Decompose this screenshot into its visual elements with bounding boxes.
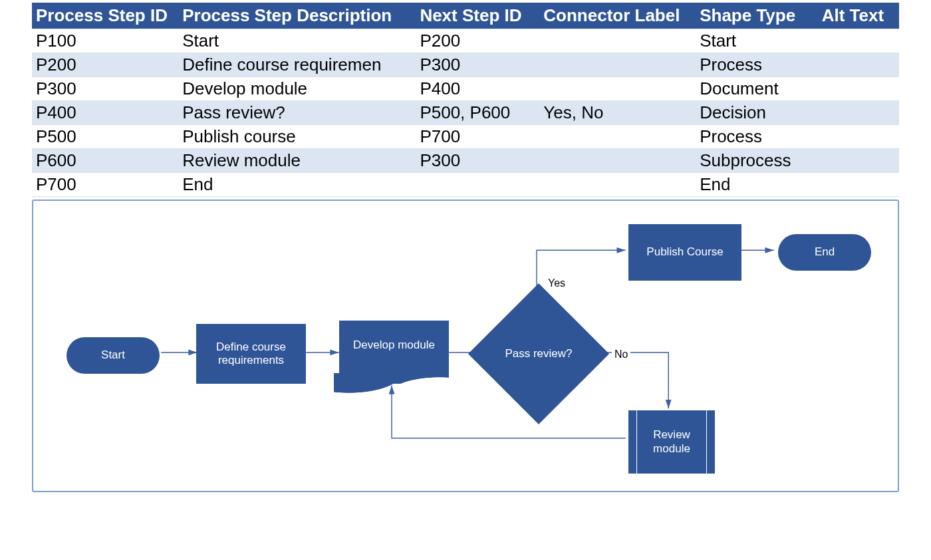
shape-label: Define course requirements (200, 341, 302, 368)
cell-connector (539, 77, 696, 101)
cell-alt (818, 29, 899, 53)
shape-label: Start (101, 349, 125, 362)
col-description: Process Step Description (178, 3, 416, 29)
cell-next-id: P200 (416, 29, 539, 53)
cell-shape: Process (696, 53, 817, 77)
shape-define-requirements: Define course requirements (196, 324, 306, 384)
table-row: P300 Develop module P400 Document (32, 77, 899, 101)
cell-step-id: P200 (32, 53, 178, 77)
table-row: P400 Pass review? P500, P600 Yes, No Dec… (32, 101, 899, 125)
cell-description: Review module (178, 149, 416, 173)
cell-shape: Document (696, 77, 817, 101)
shape-label: Review module (642, 428, 702, 456)
table-row: P500 Publish course P700 Process (32, 125, 899, 149)
table-row: P600 Review module P300 Subprocess (32, 149, 899, 173)
cell-description: Define course requiremen (178, 53, 416, 77)
col-shape: Shape Type (696, 3, 817, 29)
cell-step-id: P600 (32, 149, 178, 173)
cell-connector (539, 29, 696, 53)
cell-next-id: P300 (416, 53, 539, 77)
cell-description: Start (178, 29, 416, 53)
shape-end: End (778, 234, 871, 271)
cell-alt (818, 149, 899, 173)
cell-description: End (178, 173, 416, 197)
cell-shape: End (696, 173, 817, 197)
shape-label: Publish Course (646, 245, 723, 259)
cell-connector (539, 173, 696, 197)
cell-alt (818, 53, 899, 77)
shape-label: Develop module (353, 339, 435, 352)
table-row: P700 End End (32, 173, 899, 197)
cell-next-id: P300 (416, 149, 539, 173)
cell-connector (539, 125, 696, 149)
shape-start: Start (66, 337, 160, 374)
cell-description: Pass review? (178, 101, 416, 125)
cell-step-id: P100 (32, 29, 178, 53)
cell-connector: Yes, No (539, 101, 696, 125)
cell-next-id: P500, P600 (416, 101, 539, 125)
cell-description: Develop module (178, 77, 416, 101)
table-row: P200 Define course requiremen P300 Proce… (32, 53, 899, 77)
col-connector: Connector Label (539, 3, 696, 29)
col-alt: Alt Text (818, 3, 899, 29)
shape-publish-course: Publish Course (628, 224, 741, 281)
cell-alt (818, 101, 899, 125)
process-table: Process Step ID Process Step Description… (32, 3, 899, 197)
flowchart-canvas: Start Define course requirements Develop… (32, 200, 899, 492)
cell-shape: Start (696, 29, 817, 53)
col-step-id: Process Step ID (32, 3, 178, 29)
cell-next-id: P400 (416, 77, 539, 101)
cell-connector (539, 149, 696, 173)
cell-connector (539, 53, 696, 77)
shape-label: End (815, 245, 835, 259)
cell-step-id: P500 (32, 125, 178, 149)
cell-alt (818, 77, 899, 101)
cell-next-id: P700 (416, 125, 539, 149)
cell-step-id: P700 (32, 173, 178, 197)
cell-alt (818, 125, 899, 149)
edge-label-no: No (612, 349, 630, 360)
shape-review-module: Review module (628, 410, 715, 474)
shape-decision-pass-review: Pass review? (489, 304, 589, 404)
col-next-id: Next Step ID (416, 3, 539, 29)
cell-step-id: P300 (32, 77, 178, 101)
cell-shape: Process (696, 125, 817, 149)
shape-label: Pass review? (505, 347, 572, 360)
cell-shape: Decision (696, 101, 817, 125)
cell-description: Publish course (178, 125, 416, 149)
edge-label-yes: Yes (545, 277, 568, 289)
cell-next-id (416, 173, 539, 197)
connectors (33, 201, 898, 491)
shape-develop-module: Develop module (339, 321, 449, 384)
table-row: P100 Start P200 Start (32, 29, 899, 53)
cell-step-id: P400 (32, 101, 178, 125)
cell-alt (818, 173, 899, 197)
cell-shape: Subprocess (696, 149, 817, 173)
